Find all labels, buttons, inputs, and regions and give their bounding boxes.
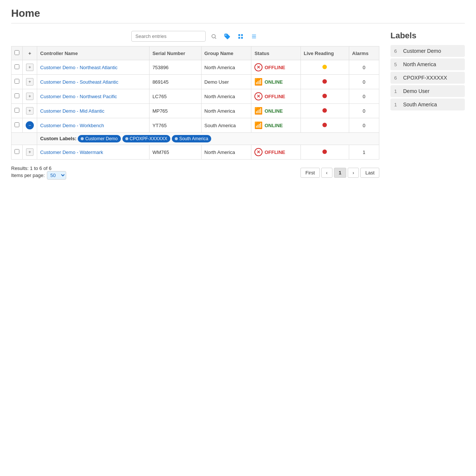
alarms-cell: 0: [349, 104, 379, 118]
tag-icon[interactable]: [222, 31, 232, 42]
row-checkbox-cell: [12, 118, 23, 133]
live-dot: [322, 108, 327, 113]
online-icon: 📶: [254, 107, 263, 115]
controller-name-link[interactable]: Customer Demo - Northwest Pacific: [40, 94, 117, 99]
label-tag[interactable]: South America: [172, 135, 211, 142]
row-checkbox[interactable]: [15, 64, 19, 69]
label-tag[interactable]: CPOXPF-XXXXXX: [122, 135, 170, 142]
sidebar-label-item[interactable]: 6 CPOXPF-XXXXXX: [390, 72, 465, 84]
status-cell: ✕ OFFLINE: [251, 145, 300, 160]
live-dot: [322, 149, 327, 154]
sidebar-label-item[interactable]: 6 Customer Demo: [390, 45, 465, 57]
row-expand-cell: +: [23, 89, 37, 104]
status-cell: 📶 ONLINE: [251, 104, 300, 118]
page-title: Home: [11, 7, 465, 23]
next-page-button[interactable]: ›: [348, 168, 359, 178]
status-badge: 📶 ONLINE: [254, 78, 283, 86]
alarms-cell: 0: [349, 89, 379, 104]
row-checkbox[interactable]: [15, 79, 19, 84]
first-page-button[interactable]: First: [300, 168, 319, 178]
live-dot: [322, 65, 327, 69]
row-checkbox[interactable]: [15, 122, 19, 127]
row-checkbox[interactable]: [15, 93, 19, 98]
controller-name-link[interactable]: Customer Demo - Mid Atlantic: [40, 108, 104, 114]
status-header: Status: [251, 46, 300, 60]
serial-cell: 753896: [149, 60, 201, 75]
expand-button[interactable]: +: [26, 93, 33, 100]
live-reading-cell: [300, 60, 349, 75]
expand-button[interactable]: +: [26, 64, 33, 71]
row-expand-cell: +: [23, 60, 37, 75]
alarms-cell: 0: [349, 118, 379, 133]
row-checkbox-cell: [12, 104, 23, 118]
list-icon[interactable]: [249, 31, 259, 42]
controller-name-link[interactable]: Customer Demo - Workbench: [40, 123, 104, 128]
expand-button[interactable]: +: [26, 107, 33, 115]
label-name: Customer Demo: [403, 48, 441, 54]
svg-rect-3: [241, 34, 243, 36]
search-input[interactable]: [131, 31, 206, 42]
alarms-cell: 0: [349, 60, 379, 75]
row-checkbox[interactable]: [15, 149, 19, 154]
online-icon: 📶: [254, 121, 263, 129]
label-count: 5: [394, 62, 400, 67]
row-expand-cell: −: [23, 118, 37, 133]
status-badge: ✕ OFFLINE: [254, 63, 285, 71]
status-cell: 📶 ONLINE: [251, 75, 300, 89]
svg-rect-4: [238, 37, 240, 39]
sidebar-label-item[interactable]: 5 North America: [390, 58, 465, 70]
controllers-table: + Controller Name Serial Number Group Na…: [11, 46, 379, 160]
expand-button[interactable]: −: [26, 121, 34, 129]
group-cell: North America: [201, 60, 251, 75]
label-tag[interactable]: Customer Demo: [78, 135, 120, 142]
live-header: Live Reading: [300, 46, 349, 60]
select-all-checkbox[interactable]: [15, 50, 19, 55]
results-text: Results: 1 to 6 of 6: [11, 165, 66, 171]
expand-button[interactable]: +: [26, 78, 33, 86]
search-icon[interactable]: [209, 31, 219, 42]
offline-icon: ✕: [254, 148, 263, 156]
table-row: + Customer Demo - Mid Atlantic MP765 Nor…: [12, 104, 379, 118]
expand-header: +: [23, 46, 37, 60]
labels-sidebar: Labels 6 Customer Demo 5 North America 6…: [390, 31, 465, 180]
label-tag-dot: [125, 137, 128, 140]
footer-bar: Results: 1 to 6 of 6 Items per page: 50 …: [11, 165, 379, 180]
row-expand-cell: +: [23, 75, 37, 89]
status-cell: ✕ OFFLINE: [251, 60, 300, 75]
svg-rect-2: [238, 34, 240, 36]
alarms-header: Alarms: [349, 46, 379, 60]
custom-labels-label: Custom Labels:: [40, 136, 77, 141]
sidebar-label-item[interactable]: 1 Demo User: [390, 85, 465, 97]
prev-page-button[interactable]: ‹: [321, 168, 332, 178]
live-dot: [322, 79, 327, 84]
controller-name-link[interactable]: Customer Demo - Northeast Atlantic: [40, 65, 118, 70]
name-header: Controller Name: [37, 46, 149, 60]
label-count: 6: [394, 48, 400, 54]
controller-name-link[interactable]: Customer Demo - Watermark: [40, 149, 103, 155]
items-per-page-select[interactable]: 50 10 25 100: [47, 171, 66, 180]
table-row: + Customer Demo - Northeast Atlantic 753…: [12, 60, 379, 75]
alarms-cell: 1: [349, 145, 379, 160]
custom-labels-row: Custom Labels: Customer Demo CPOXPF-XXXX…: [12, 133, 379, 145]
label-name: CPOXPF-XXXXXX: [403, 75, 447, 81]
controller-name-cell: Customer Demo - Workbench: [37, 118, 149, 133]
table-row: + Customer Demo - Northwest Pacific LC76…: [12, 89, 379, 104]
items-per-page-label: Items per page:: [11, 173, 45, 178]
status-badge: ✕ OFFLINE: [254, 92, 285, 100]
offline-icon: ✕: [254, 63, 263, 71]
last-page-button[interactable]: Last: [360, 168, 379, 178]
row-expand-cell: +: [23, 145, 37, 160]
grid-icon[interactable]: [235, 31, 246, 42]
label-tag-dot: [81, 137, 84, 140]
controller-name-link[interactable]: Customer Demo - Southeast Atlantic: [40, 79, 118, 85]
serial-cell: MP765: [149, 104, 201, 118]
sidebar-label-item[interactable]: 1 South America: [390, 99, 465, 110]
current-page-button[interactable]: 1: [334, 168, 346, 178]
expand-button[interactable]: +: [26, 148, 33, 156]
svg-rect-5: [241, 37, 243, 39]
label-tag-dot: [175, 137, 178, 140]
row-checkbox-cell: [12, 89, 23, 104]
row-checkbox[interactable]: [15, 108, 19, 113]
table-row: + Customer Demo - Watermark WM765 North …: [12, 145, 379, 160]
table-row: + Customer Demo - Southeast Atlantic 869…: [12, 75, 379, 89]
